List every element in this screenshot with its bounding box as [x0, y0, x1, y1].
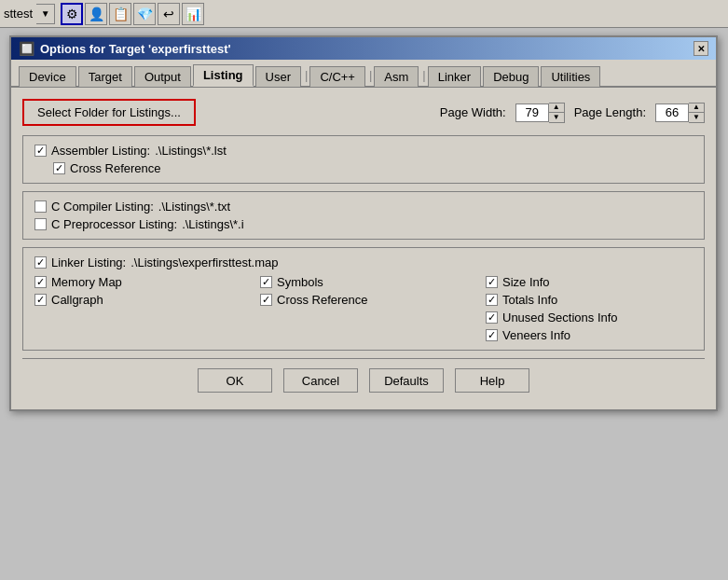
callgraph-label: Callgraph: [51, 293, 103, 307]
page-width-label: Page Width:: [440, 105, 506, 119]
linker-cross-ref-checkbox[interactable]: [260, 294, 272, 306]
page-width-down-arrow[interactable]: ▼: [549, 113, 564, 122]
tab-separator-2: |: [369, 68, 372, 82]
page-length-arrows: ▲ ▼: [689, 103, 705, 123]
linker-col-3: Size Info Totals Info Unused Sections In…: [486, 275, 693, 342]
totals-info-row: Totals Info: [486, 293, 693, 307]
page-width-up-arrow[interactable]: ▲: [549, 104, 564, 113]
options-dialog: 🔲 Options for Target 'experfirsttest' ✕ …: [9, 35, 718, 411]
unused-sections-checkbox[interactable]: [486, 311, 498, 324]
unused-sections-checkbox-label[interactable]: Unused Sections Info: [486, 311, 618, 325]
page-length-input[interactable]: [655, 104, 689, 122]
linker-listing-label: Linker Listing:: [51, 255, 126, 269]
page-length-down-arrow[interactable]: ▼: [689, 113, 704, 122]
linker-cross-ref-checkbox-label[interactable]: Cross Reference: [260, 293, 368, 307]
tab-asm[interactable]: Asm: [374, 66, 419, 87]
tab-separator-3: |: [422, 68, 425, 82]
assembler-section: Assembler Listing: .\Listings\*.lst Cros…: [22, 135, 705, 184]
assembler-cross-ref-label[interactable]: Cross Reference: [53, 161, 161, 175]
assembler-listing-checkbox-label[interactable]: Assembler Listing: .\Listings\*.lst: [34, 144, 227, 158]
toolbar-icon-3[interactable]: 📋: [109, 3, 131, 25]
size-info-checkbox-label[interactable]: Size Info: [486, 275, 550, 289]
linker-listing-checkbox-label[interactable]: Linker Listing: .\Listings\experfirsttes…: [34, 255, 278, 269]
tab-debug[interactable]: Debug: [483, 66, 539, 87]
symbols-checkbox[interactable]: [260, 276, 272, 288]
toolbar-icon-4[interactable]: 💎: [133, 3, 156, 25]
tab-output[interactable]: Output: [134, 66, 191, 87]
symbols-checkbox-label[interactable]: Symbols: [260, 275, 323, 289]
toolbar-icon-5[interactable]: ↩: [158, 3, 180, 25]
linker-options-grid: Memory Map Callgraph: [34, 275, 693, 342]
linker-col-2: Symbols Cross Reference: [260, 275, 467, 342]
veneers-info-row: Veneers Info: [486, 328, 693, 342]
memory-map-row: Memory Map: [34, 275, 241, 289]
help-button[interactable]: Help: [455, 368, 529, 393]
assembler-listing-label: Assembler Listing:: [51, 144, 150, 158]
project-name: sttest: [4, 7, 33, 21]
c-preprocessor-row: C Preprocessor Listing: .\Listings\*.i: [34, 217, 693, 231]
veneers-info-checkbox-label[interactable]: Veneers Info: [486, 328, 570, 342]
page-width-input[interactable]: [515, 104, 549, 122]
tab-cpp[interactable]: C/C++: [309, 66, 365, 87]
veneers-info-checkbox[interactable]: [486, 329, 498, 341]
tab-device[interactable]: Device: [19, 66, 76, 87]
c-compiler-checkbox[interactable]: [34, 200, 47, 213]
linker-cross-ref-label: Cross Reference: [277, 293, 368, 307]
assembler-listing-checkbox[interactable]: [34, 145, 47, 157]
page-controls: Page Width: ▲ ▼ Page Length: ▲ ▼: [440, 103, 705, 123]
tab-utilities[interactable]: Utilities: [541, 66, 600, 87]
top-controls: Select Folder for Listings... Page Width…: [22, 99, 705, 126]
veneers-info-label: Veneers Info: [502, 328, 570, 342]
defaults-button[interactable]: Defaults: [369, 368, 444, 393]
c-preprocessor-checkbox[interactable]: [34, 218, 47, 230]
totals-info-label: Totals Info: [502, 293, 557, 307]
linker-col-1: Memory Map Callgraph: [34, 275, 241, 342]
dialog-body: Select Folder for Listings... Page Width…: [11, 88, 716, 409]
symbols-label: Symbols: [277, 275, 323, 289]
page-width-arrows: ▲ ▼: [549, 103, 565, 123]
memory-map-checkbox-label[interactable]: Memory Map: [34, 275, 122, 289]
page-length-spinbox: ▲ ▼: [655, 103, 705, 123]
size-info-row: Size Info: [486, 275, 693, 289]
ok-button[interactable]: OK: [198, 368, 272, 393]
callgraph-checkbox[interactable]: [34, 294, 47, 306]
page-width-spinbox: ▲ ▼: [515, 103, 565, 123]
c-compiler-path: .\Listings\*.txt: [158, 200, 230, 214]
tab-separator-1: |: [305, 68, 308, 82]
c-preprocessor-path: .\Listings\*.i: [182, 217, 243, 231]
c-compiler-row: C Compiler Listing: .\Listings\*.txt: [34, 200, 693, 214]
cancel-button[interactable]: Cancel: [283, 368, 358, 393]
toolbar-icon-2[interactable]: 👤: [85, 3, 107, 25]
c-compiler-checkbox-label[interactable]: C Compiler Listing: .\Listings\*.txt: [34, 200, 230, 214]
project-dropdown[interactable]: ▼: [36, 4, 55, 24]
page-length-up-arrow[interactable]: ▲: [689, 104, 704, 113]
dialog-close-button[interactable]: ✕: [694, 41, 708, 56]
dialog-icon: 🔲: [19, 41, 34, 56]
unused-sections-label: Unused Sections Info: [502, 311, 618, 325]
memory-map-label: Memory Map: [51, 275, 122, 289]
assembler-cross-ref-text: Cross Reference: [70, 161, 161, 175]
page-length-label: Page Length:: [574, 105, 646, 119]
totals-info-checkbox[interactable]: [486, 294, 498, 306]
assembler-listing-path: .\Listings\*.lst: [155, 144, 227, 158]
linker-section: Linker Listing: .\Listings\experfirsttes…: [22, 247, 705, 351]
tab-linker[interactable]: Linker: [428, 66, 481, 87]
dialog-titlebar: 🔲 Options for Target 'experfirsttest' ✕: [11, 37, 716, 60]
linker-cross-ref-row: Cross Reference: [260, 293, 467, 307]
tab-user[interactable]: User: [255, 66, 301, 87]
size-info-checkbox[interactable]: [486, 276, 498, 288]
tab-target[interactable]: Target: [78, 66, 132, 87]
linker-listing-checkbox[interactable]: [34, 256, 47, 269]
toolbar-icon-1[interactable]: ⚙: [61, 3, 83, 25]
select-folder-button[interactable]: Select Folder for Listings...: [22, 99, 196, 126]
dialog-title: Options for Target 'experfirsttest': [40, 42, 231, 56]
c-preprocessor-checkbox-label[interactable]: C Preprocessor Listing: .\Listings\*.i: [34, 217, 244, 231]
c-preprocessor-label: C Preprocessor Listing:: [51, 217, 177, 231]
callgraph-checkbox-label[interactable]: Callgraph: [34, 293, 103, 307]
totals-info-checkbox-label[interactable]: Totals Info: [486, 293, 557, 307]
unused-sections-row: Unused Sections Info: [486, 311, 693, 325]
toolbar-icon-6[interactable]: 📊: [182, 3, 204, 25]
tab-listing[interactable]: Listing: [193, 64, 254, 87]
assembler-cross-ref-checkbox[interactable]: [53, 162, 65, 174]
memory-map-checkbox[interactable]: [34, 276, 47, 288]
